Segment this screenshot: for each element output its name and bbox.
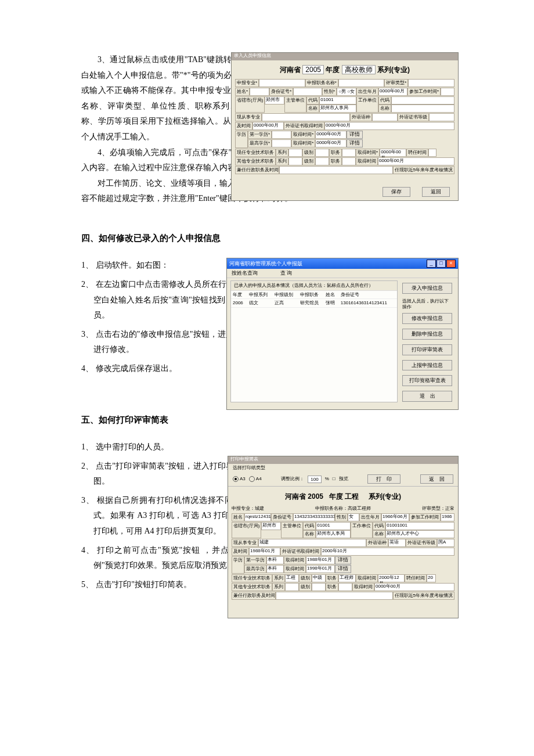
year-input[interactable]: 2005 bbox=[302, 65, 324, 74]
input-apply-title[interactable] bbox=[338, 79, 385, 87]
label-apply-major: 申报专业* bbox=[235, 79, 259, 87]
close-icon[interactable]: × bbox=[446, 260, 456, 268]
screenshot-entry-form: 录入人员申报信息 河南省 2005 年度 高校教师 系列(专业) 申报专业* 申… bbox=[231, 52, 459, 201]
exit-button[interactable]: 退 出 bbox=[402, 391, 452, 402]
menu-search[interactable]: 查 询 bbox=[280, 270, 293, 276]
step-5-1: 1、 选中需打印的人员。 bbox=[81, 440, 267, 455]
ratio-input[interactable]: 100 bbox=[308, 476, 321, 483]
side-note: 选择人员后，执行以下操作 bbox=[402, 298, 452, 309]
edit-record-button[interactable]: 修改申报信息 bbox=[402, 313, 452, 324]
print-button[interactable]: 打 印 bbox=[367, 474, 400, 484]
screenshot-main-window: 河南省职称管理系统个人申报版 _ □ × 按姓名查询 查 询 已录入的申报人员基… bbox=[226, 258, 459, 410]
window-title: 河南省职称管理系统个人申报版 bbox=[229, 261, 302, 267]
back-button[interactable]: 返回 bbox=[422, 187, 450, 197]
print-header: 河南省 2005 年度 工程 系列(专业) bbox=[228, 487, 458, 504]
save-button[interactable]: 保存 bbox=[383, 187, 410, 197]
screenshot-print-dialog: 打印申报简表 选择打印纸类型 A3 A4 调整比例： 100 % □预览 打 印… bbox=[228, 456, 459, 618]
category-select[interactable]: 高校教师 bbox=[342, 65, 376, 74]
detail-button[interactable]: 详情 bbox=[347, 139, 363, 147]
add-record-button[interactable]: 录入申报信息 bbox=[402, 283, 452, 294]
print-review-button[interactable]: 打印评审简表 bbox=[402, 344, 452, 355]
detail-button[interactable]: 详情 bbox=[335, 556, 351, 564]
window-titlebar: 河南省职称管理系统个人申报版 _ □ × bbox=[227, 258, 458, 269]
detail-button[interactable]: 详情 bbox=[347, 131, 363, 139]
table-row[interactable]: 2006 德文 正高 研究馆员 张明 130161436314123411 bbox=[231, 299, 397, 308]
heading-4: 四、如何修改已录入的个人申报信息 bbox=[81, 230, 453, 247]
delete-record-button[interactable]: 删除申报信息 bbox=[402, 329, 452, 340]
list-caption: 已录入的申报人员基本情况（选择人员方法：鼠标点击人员所在行） bbox=[231, 281, 397, 291]
person-table[interactable]: 年度 申报系列 申报级别 申报职务 姓名 身份证号 2006 德文 正高 研究馆… bbox=[231, 291, 397, 308]
upload-button[interactable]: 上报申报信息 bbox=[402, 360, 452, 371]
table-header-row: 年度 申报系列 申报级别 申报职务 姓名 身份证号 bbox=[231, 291, 397, 299]
input-apply-major[interactable] bbox=[259, 79, 305, 87]
back-button[interactable]: 返 回 bbox=[420, 474, 453, 484]
minimize-icon[interactable]: _ bbox=[427, 260, 436, 268]
maximize-icon[interactable]: □ bbox=[436, 260, 446, 268]
radio-a3[interactable] bbox=[233, 476, 239, 482]
input-review-type[interactable] bbox=[408, 79, 454, 87]
radio-a4[interactable] bbox=[249, 476, 255, 482]
paper-type-label: 选择打印纸类型 bbox=[228, 464, 458, 472]
window-titlebar: 录入人员申报信息 bbox=[232, 53, 458, 60]
heading-5: 五、如何打印评审简表 bbox=[81, 412, 453, 429]
preview-checkbox-label[interactable]: 预览 bbox=[339, 476, 348, 482]
window-titlebar: 打印申报简表 bbox=[228, 456, 458, 464]
label-apply-title: 申报职务名称* bbox=[305, 79, 338, 87]
form-header: 河南省 2005 年度 高校教师 系列(专业) bbox=[232, 60, 458, 78]
label-review-type: 评审类型* bbox=[384, 79, 408, 87]
menu-search-by-name[interactable]: 按姓名查询 bbox=[232, 270, 258, 276]
print-qualification-button[interactable]: 打印资格审查表 bbox=[402, 375, 452, 386]
detail-button[interactable]: 详情 bbox=[335, 565, 351, 573]
